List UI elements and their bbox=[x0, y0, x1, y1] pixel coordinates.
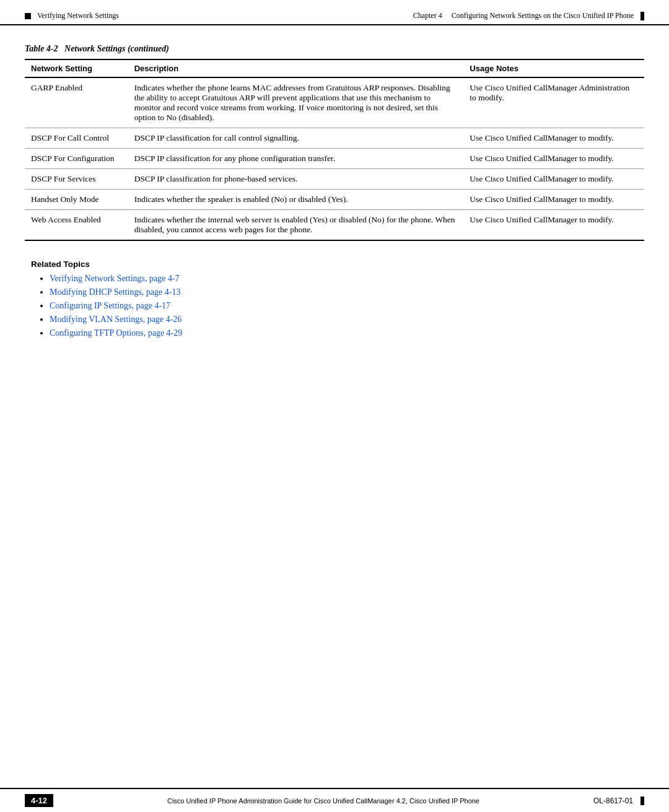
footer-center-text: Cisco Unified IP Phone Administration Gu… bbox=[66, 797, 581, 805]
table-header-row: Network Setting Description Usage Notes bbox=[25, 59, 644, 77]
cell-description: DSCP IP classification for call control … bbox=[128, 128, 464, 149]
related-topic-link[interactable]: Configuring TFTP Options, page 4-29 bbox=[50, 328, 182, 338]
cell-description: Indicates whether the phone learns MAC a… bbox=[128, 77, 464, 128]
cell-setting: GARP Enabled bbox=[25, 77, 128, 128]
cell-description: DSCP IP classification for phone-based s… bbox=[128, 169, 464, 190]
table-row: DSCP For ConfigurationDSCP IP classifica… bbox=[25, 149, 644, 169]
cell-setting: Handset Only Mode bbox=[25, 190, 128, 210]
cell-setting: Web Access Enabled bbox=[25, 210, 128, 241]
footer-page-number: 4-12 bbox=[25, 794, 53, 807]
col-header-description: Description bbox=[128, 59, 464, 77]
page-footer: 4-12 Cisco Unified IP Phone Administrati… bbox=[0, 788, 669, 812]
page-header: Verifying Network Settings Chapter 4 Con… bbox=[0, 0, 669, 25]
cell-usage: Use Cisco Unified CallManager to modify. bbox=[463, 149, 644, 169]
list-item: Modifying DHCP Settings, page 4-13 bbox=[50, 287, 644, 297]
list-item: Verifying Network Settings, page 4-7 bbox=[50, 274, 644, 284]
table-title: Table 4-2 Network Settings (continued) bbox=[25, 44, 644, 54]
cell-usage: Use Cisco Unified CallManager to modify. bbox=[463, 169, 644, 190]
col-header-usage: Usage Notes bbox=[463, 59, 644, 77]
cell-description: DSCP IP classification for any phone con… bbox=[128, 149, 464, 169]
subheader-section: Verifying Network Settings bbox=[25, 11, 119, 20]
header-right: Chapter 4 Configuring Network Settings o… bbox=[413, 11, 644, 20]
cell-usage: Use Cisco Unified CallManager Administra… bbox=[463, 77, 644, 128]
related-topics-section: Related Topics Verifying Network Setting… bbox=[25, 260, 644, 338]
related-topic-link[interactable]: Verifying Network Settings, page 4-7 bbox=[50, 274, 180, 283]
footer-doc-number: OL-8617-01 bbox=[593, 797, 644, 805]
related-topic-link[interactable]: Configuring IP Settings, page 4-17 bbox=[50, 301, 170, 310]
list-item: Configuring TFTP Options, page 4-29 bbox=[50, 328, 644, 338]
subheader-square-icon bbox=[25, 13, 31, 19]
cell-description: Indicates whether the internal web serve… bbox=[128, 210, 464, 241]
subheader-label: Verifying Network Settings bbox=[37, 11, 119, 20]
footer-separator-icon bbox=[641, 797, 644, 805]
cell-description: Indicates whether the speaker is enabled… bbox=[128, 190, 464, 210]
table-row: GARP EnabledIndicates whether the phone … bbox=[25, 77, 644, 128]
cell-usage: Use Cisco Unified CallManager to modify. bbox=[463, 190, 644, 210]
table-row: Handset Only ModeIndicates whether the s… bbox=[25, 190, 644, 210]
related-topics-title: Related Topics bbox=[31, 260, 644, 269]
table-row: DSCP For Call ControlDSCP IP classificat… bbox=[25, 128, 644, 149]
cell-setting: DSCP For Call Control bbox=[25, 128, 128, 149]
list-item: Modifying VLAN Settings, page 4-26 bbox=[50, 315, 644, 325]
related-topic-link[interactable]: Modifying VLAN Settings, page 4-26 bbox=[50, 315, 181, 324]
cell-setting: DSCP For Services bbox=[25, 169, 128, 190]
cell-usage: Use Cisco Unified CallManager to modify. bbox=[463, 128, 644, 149]
cell-usage: Use Cisco Unified CallManager to modify. bbox=[463, 210, 644, 241]
header-chapter-title: Configuring Network Settings on the Cisc… bbox=[452, 11, 634, 20]
col-header-network: Network Setting bbox=[25, 59, 128, 77]
table-row: DSCP For ServicesDSCP IP classification … bbox=[25, 169, 644, 190]
list-item: Configuring IP Settings, page 4-17 bbox=[50, 301, 644, 311]
header-chapter-label: Chapter 4 bbox=[413, 11, 442, 20]
related-topics-list: Verifying Network Settings, page 4-7Modi… bbox=[31, 274, 644, 338]
related-topic-link[interactable]: Modifying DHCP Settings, page 4-13 bbox=[50, 287, 180, 297]
main-content: Table 4-2 Network Settings (continued) N… bbox=[0, 25, 669, 338]
network-settings-table: Network Setting Description Usage Notes … bbox=[25, 59, 644, 241]
cell-setting: DSCP For Configuration bbox=[25, 149, 128, 169]
table-row: Web Access EnabledIndicates whether the … bbox=[25, 210, 644, 241]
footer-doc-number-text: OL-8617-01 bbox=[593, 797, 633, 805]
header-separator-icon bbox=[641, 12, 644, 20]
